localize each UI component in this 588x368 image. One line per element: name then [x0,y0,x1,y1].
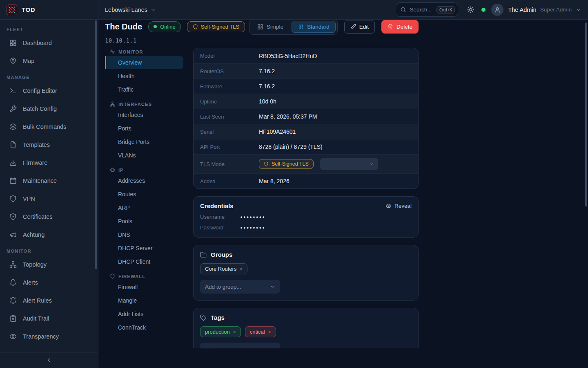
kv-label: Serial [200,129,259,135]
theme-toggle-button[interactable] [467,6,474,13]
sidebar-item-dashboard[interactable]: Dashboard [0,34,98,52]
subnav-item-routes[interactable]: Routes [105,188,183,201]
edit-button[interactable]: Edit [344,20,375,34]
sidebar-item-label: Firmware [23,159,47,166]
sidebar-section-manage: MANAGE [0,75,98,80]
tag-chip-label: critical [250,329,265,335]
search-placeholder: Search... [410,7,432,13]
kv-value: Mar 8, 2026 [259,178,290,184]
sidebar-item-audit-trail[interactable]: Audit Trail [0,310,98,328]
sidebar-item-certificates[interactable]: Certificates [0,208,98,226]
kv-row-added: Added Mar 8, 2026 [194,173,418,188]
trash-icon [388,24,393,29]
subnav-item-interfaces[interactable]: Interfaces [105,108,183,121]
sidebar-item-transparency[interactable]: Transparency [0,328,98,346]
subnav-item-dhcp-server[interactable]: DHCP Server [105,242,183,255]
group-chip-core-routers: Core Routers × [200,263,247,274]
subnav-item-conntrack[interactable]: ConnTrack [105,321,183,334]
subnav-item-vlans[interactable]: VLANs [105,149,183,162]
view-toggle-standard[interactable]: Standard [292,21,336,33]
tls-mode-select[interactable] [320,158,378,170]
sidebar-item-alerts[interactable]: Alerts [0,274,98,292]
user-menu-button[interactable] [576,7,581,13]
sliders-icon [298,24,304,30]
tls-mode-badge-label: Self-Signed TLS [272,161,309,167]
group-chip-label: Core Routers [205,266,236,272]
delete-button-label: Delete [396,24,412,30]
sidebar-item-templates[interactable]: Templates [0,136,98,154]
subnav-item-traffic[interactable]: Traffic [105,83,183,96]
tenant-selector[interactable]: Lebowski Lanes [105,7,156,13]
kv-value: HF109A24601 [259,128,296,135]
reveal-button[interactable]: Reveal [385,203,412,209]
add-tag-select[interactable]: Add tag... [200,343,280,348]
chevron-down-icon [270,347,275,348]
device-ip: 10.10.1.1 [105,37,419,44]
page-scrollbar[interactable] [585,22,587,206]
subnav-item-addresses[interactable]: Addresses [105,174,183,187]
chevron-left-icon [46,357,52,364]
sidebar-item-firmware[interactable]: Firmware [0,154,98,172]
sidebar-item-bulk-commands[interactable]: Bulk Commands [0,118,98,136]
kv-value: 10d 0h [259,98,276,105]
edit-button-label: Edit [359,24,369,30]
sidebar-item-maintenance[interactable]: Maintenance [0,172,98,190]
activity-icon [110,49,115,54]
groups-title: Groups [200,251,232,258]
kv-label: RouterOS [200,68,259,74]
remove-tag-button[interactable]: × [233,330,236,334]
sidebar-item-label: Alerts [23,279,38,286]
sidebar-item-batch-config[interactable]: Batch Config [0,100,98,118]
add-tag-placeholder: Add tag... [205,347,229,349]
tags-title: Tags [200,314,225,321]
subnav-item-pools[interactable]: Pools [105,215,183,228]
online-dot-icon [154,25,157,28]
subnav-item-addr-lists[interactable]: Addr Lists [105,307,183,321]
subnav-item-arp[interactable]: ARP [105,201,183,214]
subnav-section-label: FIREWALL [118,274,145,279]
sidebar-section-monitor: MONITOR [0,249,98,254]
sun-icon [467,6,474,13]
sidebar-item-achtung[interactable]: Achtung [0,226,98,244]
add-to-group-select[interactable]: Add to group... [200,280,280,294]
view-toggle-simple[interactable]: Simple [251,21,290,33]
kv-value: Mar 8, 2026, 05:37 PM [259,113,317,120]
subnav-item-mangle[interactable]: Mangle [105,294,183,307]
credential-row-username: Username •••••••• [200,214,412,220]
subnav-item-firewall[interactable]: Firewall [105,280,183,294]
sidebar: FLEET Dashboard Map MANAGE Config Editor… [0,20,98,368]
chevron-down-icon [150,7,156,13]
sidebar-item-alert-rules[interactable]: Alert Rules [0,292,98,310]
subnav-section-label: MONITOR [118,49,143,54]
subnav-item-ports[interactable]: Ports [105,122,183,135]
sidebar-scrollbar[interactable] [95,20,97,269]
subnav-item-dns[interactable]: DNS [105,228,183,241]
subnav-item-bridge-ports[interactable]: Bridge Ports [105,135,183,148]
sidebar-item-label: VPN [23,195,35,202]
clipboard-icon [9,315,17,322]
search-input[interactable]: Search... Cmd+K [396,2,458,17]
folder-icon [200,251,207,258]
remove-tag-button[interactable]: × [268,330,271,334]
kv-value: RBD53iG-5HacD2HnD [259,53,317,59]
sidebar-collapse-button[interactable] [0,352,98,368]
subnav-item-health[interactable]: Health [105,70,183,83]
sidebar-item-config-editor[interactable]: Config Editor [0,82,98,100]
subnav-item-overview[interactable]: Overview [105,56,183,69]
sidebar-item-topology[interactable]: Topology [0,256,98,274]
remove-group-button[interactable]: × [240,267,243,272]
subnav-item-dhcp-client[interactable]: DHCP Client [105,255,183,268]
grid-icon [257,24,263,30]
avatar[interactable] [491,4,503,16]
search-shortcut-kbd: Cmd+K [437,6,455,13]
connection-status-dot [481,8,486,12]
credential-label: Username [200,214,241,220]
subnav-section-label: INTERFACES [118,102,152,107]
calendar-icon [9,177,17,184]
kv-value: 8728 (plain) / 8729 (TLS) [259,144,323,150]
topbar-right: Search... Cmd+K The Admin Super Admin [396,2,588,17]
app-logo-icon [7,4,17,15]
delete-button[interactable]: Delete [381,20,419,34]
sidebar-item-vpn[interactable]: VPN [0,190,98,208]
sidebar-item-map[interactable]: Map [0,52,98,70]
